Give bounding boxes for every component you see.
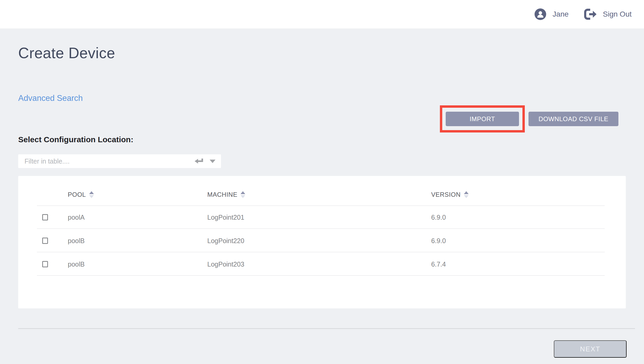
- cell-pool: poolB: [68, 237, 85, 244]
- row-checkbox[interactable]: [42, 261, 48, 267]
- column-header-machine[interactable]: MACHINE: [207, 191, 246, 198]
- import-button[interactable]: IMPORT: [446, 112, 519, 126]
- column-header-label: MACHINE: [207, 191, 237, 198]
- column-header-label: POOL: [68, 191, 86, 198]
- cell-machine: LogPoint220: [207, 237, 244, 244]
- user-name: Jane: [552, 10, 569, 18]
- filter-input[interactable]: [18, 154, 194, 168]
- next-button[interactable]: NEXT: [554, 340, 627, 358]
- column-header-version[interactable]: VERSION: [431, 191, 469, 198]
- cell-machine: LogPoint201: [207, 213, 244, 221]
- cell-version: 6.9.0: [431, 213, 446, 221]
- column-header-pool[interactable]: POOL: [68, 191, 94, 198]
- section-divider: [18, 328, 635, 329]
- sort-icon: [89, 191, 94, 198]
- table-row[interactable]: poolB LogPoint203 6.7.4: [18, 252, 626, 276]
- table-row[interactable]: poolB LogPoint220 6.9.0: [18, 229, 626, 252]
- user-avatar-icon: [535, 8, 546, 20]
- cell-pool: poolB: [68, 260, 85, 268]
- download-csv-button[interactable]: DOWNLOAD CSV FILE: [528, 112, 618, 126]
- dropdown-caret-icon[interactable]: [209, 159, 216, 163]
- filter-input-wrap: [18, 154, 221, 168]
- page-title: Create Device: [18, 44, 115, 62]
- configuration-table-card: POOL MACHINE VERSION poolA: [18, 176, 626, 308]
- sort-icon: [240, 191, 246, 198]
- row-checkbox[interactable]: [42, 238, 48, 244]
- sign-out-icon: [584, 9, 597, 20]
- column-header-label: VERSION: [431, 191, 461, 198]
- cell-version: 6.9.0: [431, 237, 446, 244]
- enter-icon[interactable]: [194, 158, 204, 165]
- table-row[interactable]: poolA LogPoint201 6.9.0: [18, 205, 626, 229]
- row-divider: [37, 275, 605, 276]
- import-highlight-box: IMPORT: [440, 105, 525, 132]
- sign-out-button[interactable]: Sign Out: [584, 9, 632, 20]
- topbar: Jane Sign Out: [0, 0, 644, 28]
- cell-version: 6.7.4: [431, 260, 446, 268]
- advanced-search-link[interactable]: Advanced Search: [18, 94, 83, 103]
- select-configuration-label: Select Configuration Location:: [18, 135, 133, 144]
- sign-out-label: Sign Out: [603, 10, 632, 18]
- user-menu[interactable]: Jane: [535, 8, 569, 20]
- cell-pool: poolA: [68, 213, 85, 221]
- sort-icon: [464, 191, 469, 198]
- row-checkbox[interactable]: [42, 214, 48, 220]
- cell-machine: LogPoint203: [207, 260, 244, 268]
